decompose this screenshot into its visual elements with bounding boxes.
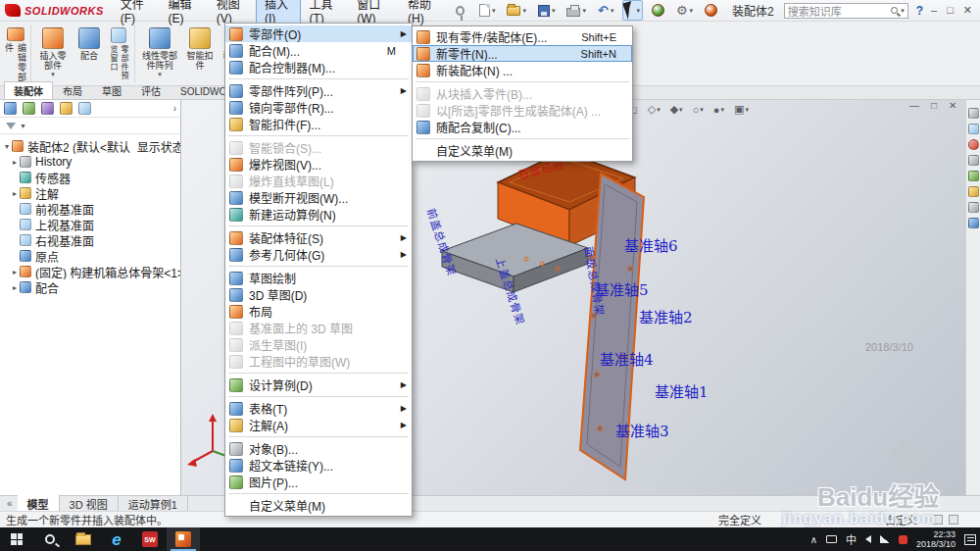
feature-tree-item[interactable]: 右视基准面	[0, 232, 180, 248]
datum-axis-label[interactable]: 基准轴1	[655, 380, 709, 401]
doc-minimize-button[interactable]: —	[909, 100, 919, 111]
menubar-item[interactable]: 文件(F)	[112, 0, 160, 28]
menu-item[interactable]: 随配合复制(C)...	[413, 119, 632, 135]
component-preview-button[interactable]: 零部件预览窗口	[106, 25, 131, 83]
commandmanager-tab[interactable]: 评估	[131, 81, 171, 99]
display-style-icon[interactable]: ◆▾	[667, 102, 686, 117]
menu-item[interactable]: 草图绘制	[225, 270, 412, 286]
feature-tree-item[interactable]: ▸ 配合	[0, 279, 180, 295]
solidworks-launcher-button[interactable]: SW	[133, 527, 167, 551]
chevron-down-icon[interactable]: ▾	[51, 71, 55, 78]
menu-item[interactable]: 布局	[225, 303, 412, 320]
search-dropdown-icon[interactable]: ▾	[901, 7, 905, 15]
menu-item[interactable]: 智能扣件(F)...	[225, 116, 412, 132]
open-button[interactable]: ▾	[504, 4, 529, 18]
start-button[interactable]	[0, 527, 33, 551]
document-tab[interactable]: 运动算例1	[119, 495, 188, 513]
solidworks-app-button[interactable]	[167, 527, 200, 551]
ime-indicator[interactable]: 中	[846, 531, 857, 547]
lights-icon[interactable]	[968, 186, 979, 197]
tray-chevron-icon[interactable]: ∧	[810, 534, 817, 545]
network-icon[interactable]	[880, 535, 890, 543]
menu-item[interactable]: 新装配体(N) ...	[413, 62, 632, 78]
appearance-button[interactable]	[702, 2, 720, 19]
datum-axis-label[interactable]: 基准轴4	[600, 348, 654, 369]
menu-item[interactable]: 从块插入零件(B)...	[413, 85, 632, 102]
scene-icon[interactable]: ▣▾	[731, 102, 752, 117]
units-selector[interactable]: 自定义	[885, 512, 917, 527]
feature-tree-item[interactable]: ▸ (固定) 构建机箱总体骨架<1> (默认<	[0, 264, 180, 279]
print-button[interactable]: ▾	[564, 3, 589, 19]
edge-button[interactable]: e	[100, 527, 133, 551]
feature-tree-item[interactable]: 上视基准面	[0, 217, 180, 232]
taskbar-search-button[interactable]	[33, 527, 67, 551]
view-orientation-icon[interactable]: ◇▾	[645, 102, 663, 117]
minimize-button[interactable]: –	[931, 4, 937, 17]
design-library-icon[interactable]	[968, 124, 979, 134]
document-tab[interactable]: 模型	[18, 495, 60, 513]
menu-item[interactable]: 注解(A) ▶	[225, 417, 412, 433]
mate-button[interactable]: 配合	[74, 25, 104, 83]
menu-item[interactable]: 工程图中的草图(W)	[225, 353, 412, 370]
volume-icon[interactable]	[865, 535, 871, 543]
menu-item[interactable]: 零部件阵列(P)... ▶	[225, 82, 412, 99]
menu-item[interactable]: 镜向零部件(R)...	[225, 99, 412, 116]
menu-item[interactable]: 超文本链接(Y)...	[225, 457, 412, 474]
file-explorer-button[interactable]	[67, 527, 100, 551]
status-icon[interactable]	[933, 515, 943, 525]
menu-item[interactable]: 爆炸视图(V)...	[225, 156, 412, 173]
select-tool-button[interactable]: ▾	[622, 0, 643, 21]
doc-restore-button[interactable]: □	[931, 100, 937, 111]
close-button[interactable]: ✕	[963, 4, 972, 17]
expand-arrow-icon[interactable]: ▸	[10, 283, 20, 292]
scene-icon[interactable]	[968, 155, 979, 166]
save-button[interactable]: ▾	[535, 3, 559, 19]
datum-axis-label[interactable]: 基准轴3	[615, 420, 669, 440]
decals-icon[interactable]	[968, 171, 979, 181]
expand-arrow-icon[interactable]: ▾	[2, 142, 12, 151]
featuremanager-tree-icon[interactable]	[4, 102, 17, 115]
menu-item[interactable]: 对象(B)...	[225, 440, 412, 457]
configurationmanager-icon[interactable]	[41, 102, 54, 115]
commandmanager-tab[interactable]: 草图	[92, 81, 131, 99]
menu-item[interactable]: 派生草图(I)	[225, 336, 412, 353]
edit-component-group[interactable]: 编辑零部件	[2, 25, 29, 83]
menu-item[interactable]: 自定义菜单(M)	[225, 497, 412, 514]
propertymanager-icon[interactable]	[23, 102, 35, 115]
appearance-ball-icon[interactable]	[968, 139, 979, 150]
camera-icon[interactable]	[968, 202, 979, 213]
menu-item[interactable]: 配合(M)... M	[225, 42, 412, 59]
menu-item[interactable]: 表格(T) ▶	[225, 400, 412, 417]
menu-item[interactable]: 现有零件/装配体(E)... Shift+E	[413, 28, 632, 45]
commandmanager-tab[interactable]: 布局	[53, 81, 92, 99]
rebuild-button[interactable]	[649, 2, 667, 19]
menu-item[interactable]: 图片(P)...	[225, 474, 412, 490]
appearance-icon[interactable]: ●▾	[710, 103, 727, 117]
feature-tree-item[interactable]: ▾ 装配体2 (默认<默认_显示状态-1>)	[0, 138, 180, 154]
display-tray-icon[interactable]	[826, 535, 837, 543]
datum-axis-label[interactable]: 基准轴6	[624, 234, 678, 255]
hide-show-icon[interactable]: ○▾	[690, 103, 707, 117]
menubar-item[interactable]: 编辑(E)	[159, 0, 207, 28]
status-icon[interactable]	[949, 515, 958, 525]
knowledge-search[interactable]: 搜索知识库 ▾	[784, 3, 908, 19]
filter-icon[interactable]	[968, 218, 979, 228]
taskbar-clock[interactable]: 22:33 2018/3/10	[916, 529, 956, 549]
options-button[interactable]: ⚙▾	[673, 2, 696, 19]
baidu-tray-icon[interactable]	[899, 535, 907, 544]
flyout-arrow-icon[interactable]: ›	[173, 103, 176, 114]
menu-item[interactable]: 参考几何体(G) ▶	[225, 246, 412, 263]
menu-item[interactable]: 配合控制器(M)...	[225, 59, 412, 75]
undo-button[interactable]: ↶▾	[595, 2, 616, 19]
dimxpertmanager-icon[interactable]	[60, 102, 73, 115]
menu-item[interactable]: 零部件(O) ▶	[225, 25, 412, 42]
restore-button[interactable]: □	[947, 4, 954, 17]
feature-tree-item[interactable]: 原点	[0, 248, 180, 264]
expand-arrow-icon[interactable]: ▸	[10, 189, 20, 198]
datum-axis-label[interactable]: 基准轴2	[639, 306, 693, 326]
linear-pattern-button[interactable]: 线性零部 件阵列 ▾	[138, 25, 181, 83]
menu-item[interactable]: 自定义菜单(M)	[413, 142, 632, 159]
feature-tree-item[interactable]: 前视基准面	[0, 201, 180, 217]
pin-menu-icon[interactable]	[456, 6, 465, 16]
menu-item[interactable]: 以[所选]零部件生成装配体(A) ...	[413, 102, 632, 119]
